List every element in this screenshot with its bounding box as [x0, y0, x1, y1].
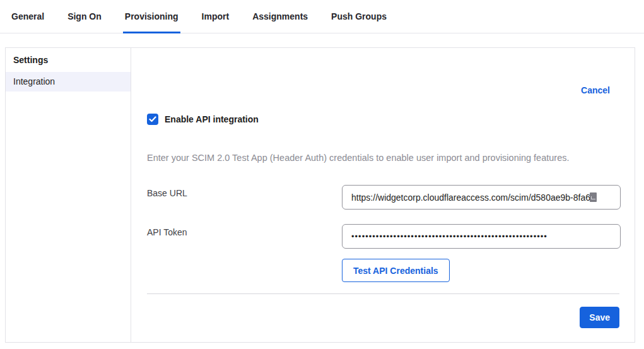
- api-token-label: API Token: [147, 227, 187, 237]
- tab-import[interactable]: Import: [202, 0, 230, 33]
- settings-sidebar: Settings Integration: [6, 48, 131, 342]
- cancel-button[interactable]: Cancel: [581, 85, 610, 95]
- api-token-value: ••••••••••••••••••••••••••••••••••••••••…: [351, 232, 547, 241]
- test-api-credentials-button[interactable]: Test API Credentials: [342, 259, 450, 282]
- enable-api-label: Enable API integration: [165, 114, 259, 124]
- provisioning-panel: Settings Integration Cancel Enable API i…: [5, 47, 635, 343]
- save-button[interactable]: Save: [580, 307, 619, 328]
- tab-general[interactable]: General: [11, 0, 44, 33]
- base-url-value: https://widgetcorp.cloudflareaccess.com/…: [351, 192, 590, 203]
- tab-push-groups[interactable]: Push Groups: [331, 0, 387, 33]
- base-url-label: Base URL: [147, 188, 187, 198]
- sidebar-item-integration[interactable]: Integration: [6, 72, 131, 92]
- credentials-description: Enter your SCIM 2.0 Test App (Header Aut…: [147, 153, 619, 163]
- tab-provisioning[interactable]: Provisioning: [125, 0, 179, 33]
- app-tab-bar: General Sign On Provisioning Import Assi…: [0, 0, 644, 33]
- tab-assignments[interactable]: Assignments: [252, 0, 308, 33]
- text-selection-block: [590, 192, 597, 202]
- enable-api-row: Enable API integration: [147, 114, 259, 125]
- enable-api-checkbox[interactable]: [147, 114, 158, 125]
- sidebar-heading: Settings: [6, 48, 131, 72]
- checkmark-icon: [149, 116, 156, 122]
- integration-form: Cancel Enable API integration Enter your…: [132, 48, 635, 342]
- tab-sign-on[interactable]: Sign On: [67, 0, 102, 33]
- api-token-input[interactable]: ••••••••••••••••••••••••••••••••••••••••…: [342, 224, 621, 249]
- base-url-input[interactable]: https://widgetcorp.cloudflareaccess.com/…: [342, 185, 621, 210]
- footer-divider: [147, 293, 619, 294]
